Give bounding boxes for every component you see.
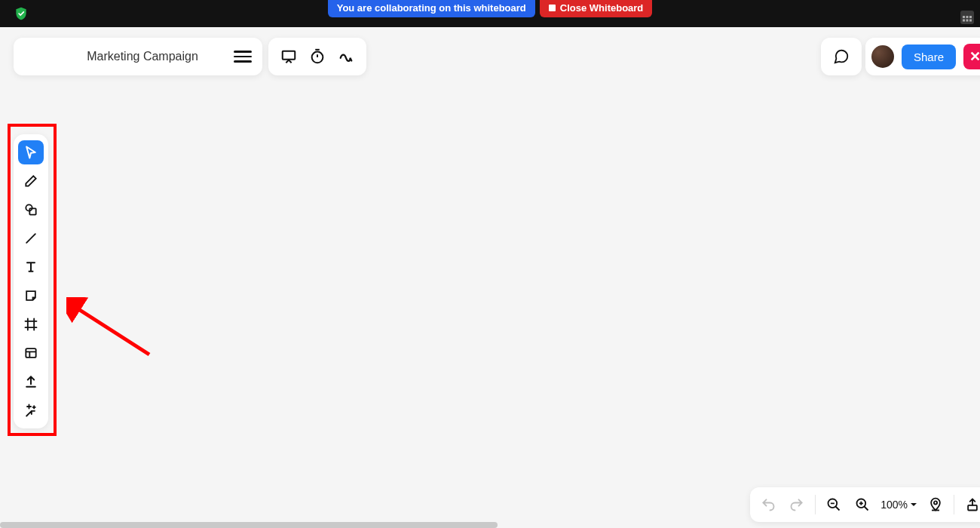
svg-rect-1 <box>966 16 969 18</box>
stop-icon <box>549 5 556 11</box>
line-tool[interactable] <box>18 226 44 250</box>
shapes-tool[interactable] <box>18 198 44 222</box>
present-icon[interactable] <box>278 46 299 67</box>
squiggle-icon[interactable] <box>335 46 357 67</box>
drawing-toolbar <box>14 134 48 428</box>
board-title[interactable]: Marketing Campaign <box>51 50 234 63</box>
toolbar-divider-2 <box>954 495 954 514</box>
svg-rect-2 <box>969 16 972 18</box>
share-button[interactable]: Share <box>902 45 956 69</box>
close-banner-text: Close Whiteboard <box>560 2 644 14</box>
frame-tool[interactable] <box>18 312 44 336</box>
apps-grid-icon[interactable] <box>960 11 974 24</box>
svg-point-14 <box>934 501 937 504</box>
redo-button[interactable] <box>786 494 807 515</box>
scrollbar-thumb[interactable] <box>0 522 498 528</box>
zoom-out-button[interactable] <box>823 494 844 515</box>
svg-rect-6 <box>283 51 296 60</box>
board-menu-button[interactable] <box>234 48 252 66</box>
draw-tool[interactable] <box>18 169 44 193</box>
chevron-down-icon <box>910 501 917 508</box>
app-topbar: You are collaborating on this whiteboard… <box>0 0 980 27</box>
collaboration-banner: You are collaborating on this whiteboard <box>328 0 535 17</box>
close-button[interactable]: ✕ <box>963 44 980 69</box>
svg-rect-9 <box>29 208 35 214</box>
horizontal-scrollbar[interactable] <box>0 522 980 528</box>
zoom-level-text: 100% <box>880 499 908 511</box>
svg-rect-5 <box>969 20 972 22</box>
zoom-in-button[interactable] <box>852 494 873 515</box>
timer-icon[interactable] <box>307 46 328 67</box>
svg-rect-3 <box>963 20 965 22</box>
undo-button[interactable] <box>758 494 779 515</box>
share-card: Share ✕ <box>865 38 980 75</box>
table-tool[interactable] <box>18 341 44 365</box>
close-whiteboard-banner[interactable]: Close Whiteboard <box>540 0 653 17</box>
zoom-toolbar: 100% <box>750 487 980 522</box>
avatar[interactable] <box>871 45 894 68</box>
text-tool[interactable] <box>18 255 44 279</box>
board-title-card: Marketing Campaign <box>14 38 262 75</box>
more-tools[interactable] <box>18 398 44 422</box>
upload-tool[interactable] <box>18 370 44 394</box>
svg-rect-4 <box>966 20 969 22</box>
location-button[interactable] <box>925 494 946 515</box>
export-button[interactable] <box>962 494 980 515</box>
svg-point-7 <box>312 52 323 63</box>
zoom-level-dropdown[interactable]: 100% <box>880 499 917 511</box>
toolbar-divider <box>815 495 816 514</box>
chat-button[interactable] <box>821 38 862 75</box>
svg-rect-0 <box>963 16 965 18</box>
annotation-arrow <box>66 297 157 365</box>
svg-line-11 <box>74 306 149 355</box>
svg-rect-15 <box>968 505 977 511</box>
presentation-toolbar <box>268 38 366 75</box>
shield-icon <box>14 6 29 21</box>
select-tool[interactable] <box>18 140 44 164</box>
sticky-note-tool[interactable] <box>18 284 44 308</box>
svg-rect-10 <box>26 348 35 358</box>
collab-banner-text: You are collaborating on this whiteboard <box>337 2 526 14</box>
